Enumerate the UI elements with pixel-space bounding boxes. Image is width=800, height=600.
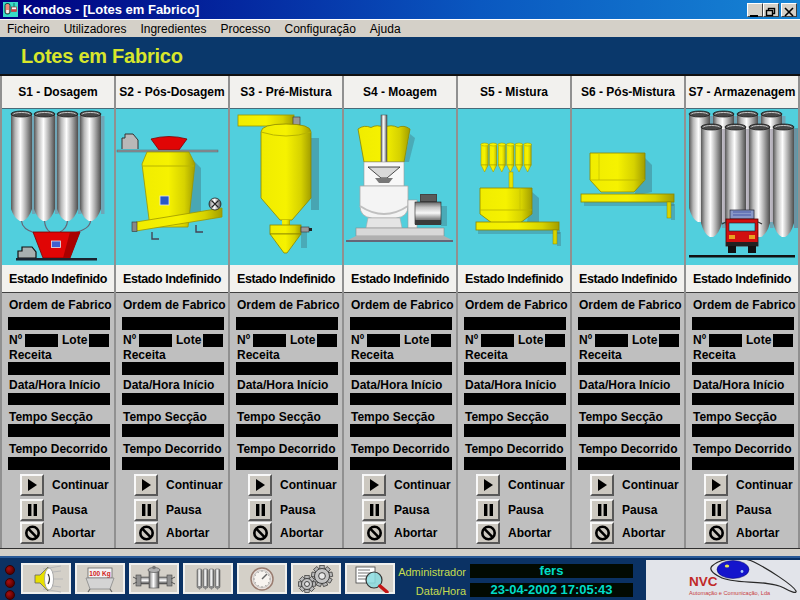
svg-text:Automação e Comunicação, Lda: Automação e Comunicação, Lda [689,590,771,596]
svg-text:100 Kg: 100 Kg [89,570,110,578]
svg-text:NVC: NVC [689,574,718,589]
